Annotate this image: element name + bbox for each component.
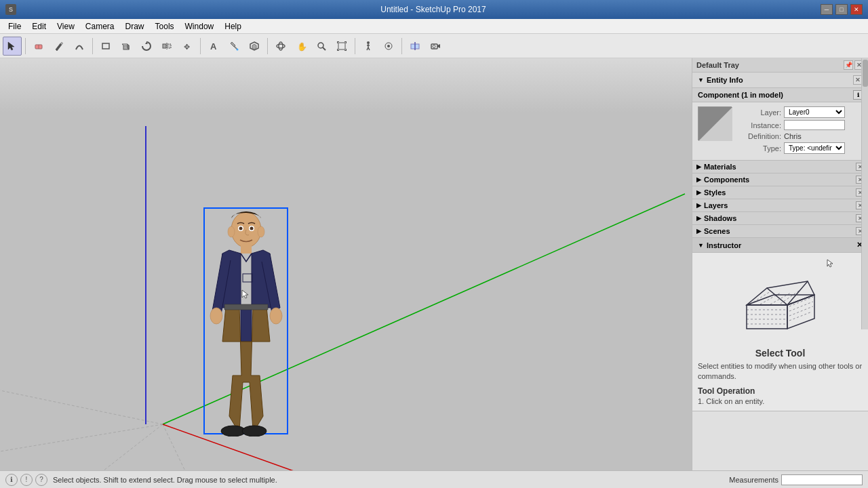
- material-tool-button[interactable]: [224, 37, 243, 56]
- definition-row: Definition: Chris: [737, 132, 863, 140]
- svg-line-68: [789, 312, 812, 321]
- viewport[interactable]: [0, 58, 692, 470]
- toolbar-separator-2: [92, 38, 93, 54]
- status-icon-info[interactable]: ℹ: [5, 474, 18, 486]
- measurements-input[interactable]: [781, 474, 863, 485]
- component-label: Component (1 in model): [698, 91, 783, 99]
- section-plane-button[interactable]: [406, 37, 425, 56]
- status-icon-warning[interactable]: !: [20, 474, 33, 486]
- layer-row: Layer: Layer0: [737, 106, 863, 118]
- svg-marker-14: [252, 44, 256, 49]
- menu-view[interactable]: View: [52, 20, 80, 33]
- materials-panel-row[interactable]: ▶ Materials ✕: [692, 161, 868, 174]
- svg-marker-0: [8, 42, 14, 50]
- right-panel-scrollbar[interactable]: [861, 58, 868, 329]
- main-layout: Default Tray 📌 ✕ ▼ Entity Info ✕ Compone…: [0, 58, 868, 470]
- svg-point-23: [387, 45, 390, 47]
- shadows-arrow: ▶: [696, 215, 701, 222]
- svg-rect-3: [102, 43, 109, 49]
- instructor-content: Select Tool Select entities to modify wh…: [692, 253, 868, 411]
- svg-marker-59: [787, 281, 814, 305]
- arc-tool-button[interactable]: [70, 37, 89, 56]
- viewport-gradient: [0, 58, 692, 113]
- layers-panel-row[interactable]: ▶ Layers ✕: [692, 199, 868, 212]
- zoom-tool-button[interactable]: [312, 37, 331, 56]
- layers-arrow: ▶: [696, 202, 701, 209]
- rotate-tool-button[interactable]: [137, 37, 156, 56]
- svg-line-19: [323, 47, 326, 50]
- viewport-background: [0, 58, 692, 470]
- layers-label: Layers: [704, 201, 728, 209]
- styles-label: Styles: [704, 188, 726, 197]
- menu-camera[interactable]: Camera: [80, 20, 120, 33]
- move-tool-button[interactable]: ✥: [178, 37, 197, 56]
- maximize-button[interactable]: □: [835, 4, 848, 15]
- minimize-button[interactable]: ─: [821, 4, 833, 15]
- instance-input[interactable]: [784, 120, 845, 130]
- svg-line-60: [767, 281, 808, 288]
- svg-marker-54: [827, 260, 833, 267]
- advanced-camera-button[interactable]: [426, 37, 445, 56]
- menu-draw[interactable]: Draw: [120, 20, 150, 33]
- scrollbar-thumb[interactable]: [863, 60, 868, 87]
- menu-tools[interactable]: Tools: [150, 20, 180, 33]
- close-button[interactable]: ✕: [850, 4, 863, 15]
- rectangle-tool-button[interactable]: [96, 37, 115, 56]
- svg-text:A: A: [210, 41, 217, 52]
- flip-tool-button[interactable]: [157, 37, 176, 56]
- tray-title: Default Tray: [696, 61, 739, 69]
- svg-rect-7: [167, 44, 171, 48]
- svg-rect-20: [338, 43, 345, 49]
- svg-line-33: [0, 424, 163, 451]
- select-tool-button[interactable]: [3, 37, 22, 56]
- tray-pin-button[interactable]: 📌: [844, 60, 853, 70]
- entity-fields: Layer: Layer0 Instance: Definition: Chri…: [737, 106, 863, 156]
- pencil-tool-button[interactable]: [50, 37, 68, 56]
- menu-file[interactable]: File: [3, 20, 26, 33]
- status-text: Select objects. Shift to extend select. …: [53, 476, 277, 484]
- svg-text:✥: ✥: [184, 43, 190, 51]
- instructor-arrow: ▼: [698, 242, 704, 249]
- svg-point-28: [433, 45, 435, 47]
- scenes-arrow: ▶: [696, 228, 701, 235]
- titlebar: S Untitled - SketchUp Pro 2017 ─ □ ✕: [0, 0, 868, 19]
- scenes-panel-row[interactable]: ▶ Scenes ✕: [692, 225, 868, 238]
- definition-label: Definition:: [737, 132, 781, 140]
- text-tool-button[interactable]: A: [204, 37, 223, 56]
- instructor-title: Instructor: [707, 241, 741, 249]
- components-panel-row[interactable]: ▶ Components ✕: [692, 174, 868, 186]
- component-tool-button[interactable]: [245, 37, 264, 56]
- entity-info-title: Entity Info: [707, 76, 743, 84]
- materials-label: Materials: [704, 163, 736, 171]
- layer-select[interactable]: Layer0: [784, 106, 845, 118]
- type-row: Type: Type: <undefined>: [737, 142, 863, 154]
- instructor-header[interactable]: ▼ Instructor ✕: [692, 238, 868, 253]
- eraser-tool-button[interactable]: [29, 37, 48, 56]
- type-select[interactable]: Type: <undefined>: [784, 142, 845, 154]
- shadows-label: Shadows: [704, 214, 736, 222]
- toolbar-separator-3: [200, 38, 201, 54]
- menu-help[interactable]: Help: [219, 20, 247, 33]
- orbit-tool-button[interactable]: [271, 37, 290, 56]
- component-header: Component (1 in model) ℹ: [692, 88, 868, 102]
- toolbar: ✥ A ✋: [0, 34, 868, 58]
- look-around-button[interactable]: [379, 37, 398, 56]
- layer-label: Layer:: [737, 108, 781, 117]
- components-label: Components: [704, 176, 749, 184]
- styles-panel-row[interactable]: ▶ Styles ✕: [692, 186, 868, 199]
- instance-row: Instance:: [737, 120, 863, 130]
- selection-box: [203, 207, 288, 434]
- pan-tool-button[interactable]: ✋: [292, 37, 311, 56]
- scenes-label: Scenes: [704, 227, 730, 235]
- walk-tool-button[interactable]: [359, 37, 378, 56]
- menu-edit[interactable]: Edit: [26, 20, 52, 33]
- entity-info-header[interactable]: ▼ Entity Info ✕: [692, 73, 868, 88]
- statusbar: ℹ ! ? Select objects. Shift to extend se…: [0, 470, 868, 488]
- status-icon-help[interactable]: ?: [35, 474, 47, 486]
- zoom-extents-button[interactable]: [332, 37, 351, 56]
- shadows-panel-row[interactable]: ▶ Shadows ✕: [692, 212, 868, 225]
- pushpull-tool-button[interactable]: [117, 37, 136, 56]
- thumbnail-svg: [698, 107, 732, 141]
- menu-window[interactable]: Window: [180, 20, 220, 33]
- svg-marker-55: [747, 305, 787, 329]
